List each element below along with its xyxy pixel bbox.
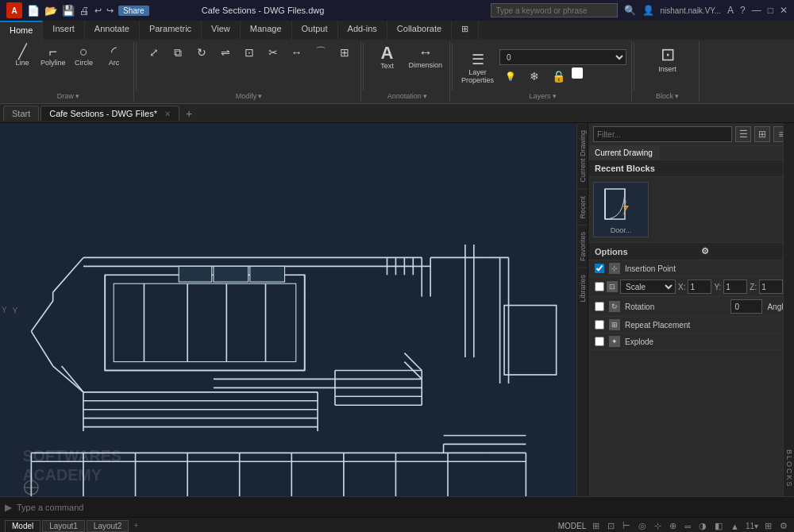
maximize-btn[interactable]: □ [768,5,773,16]
tab-active-file[interactable]: Cafe Sections - DWG Files* ✕ [40,106,179,121]
rotation-checkbox[interactable] [595,302,604,311]
print-icon[interactable]: 🖨 [79,5,90,17]
scale-dropdown[interactable]: Scale [620,279,676,294]
share-btn[interactable]: Share [118,6,149,16]
tab-manage[interactable]: Manage [241,21,292,40]
tab-output[interactable]: Output [292,21,338,40]
layer-color-icon[interactable] [572,67,583,79]
open-icon[interactable]: 📂 [44,5,57,17]
text-btn[interactable]: A Text [370,43,405,71]
extend-btn[interactable]: ↔ [286,43,308,62]
block-door[interactable]: Door... [593,182,649,237]
line-btn[interactable]: ╱ Line [8,43,37,92]
blocks-filter-input[interactable] [593,126,732,142]
insertion-point-checkbox[interactable] [595,264,604,273]
scale-checkbox[interactable] [595,282,604,291]
transparency-btn[interactable]: ◑ [697,521,708,531]
tab-insert[interactable]: Insert [43,21,85,40]
workspace-btn[interactable]: ⊞ [763,521,773,531]
tab-start[interactable]: Start [3,106,39,121]
help-icon[interactable]: ? [740,5,746,16]
layout2-tab[interactable]: Layout2 [87,520,129,532]
modify-expand-icon[interactable]: ▾ [258,92,262,100]
option-explode: ✦ Explode [588,333,794,350]
ribbon-group-block: ⊡ Insert Block ▾ [636,41,700,102]
add-layout-btn[interactable]: + [130,520,141,532]
arc-btn[interactable]: ◜ Arc [100,43,129,92]
fillet-btn[interactable]: ⌒ [310,43,332,62]
side-tab-libraries[interactable]: Libraries [577,268,588,309]
otrack-btn[interactable]: ⊕ [668,521,678,531]
scale-btn[interactable]: ⊡ [238,43,260,62]
font-icon[interactable]: A [727,5,734,16]
move-btn[interactable]: ⤢ [143,43,165,62]
layers-expand-icon[interactable]: ▾ [553,92,557,100]
undo-icon[interactable]: ↩ [94,6,102,16]
layer-dropdown[interactable]: 0 [499,49,626,65]
selection-btn[interactable]: ◧ [713,521,724,531]
circle-btn[interactable]: ○ Circle [70,43,98,92]
dimension-btn[interactable]: ↔ Dimension [407,43,445,71]
trim-btn[interactable]: ✂ [262,43,284,62]
polar-btn[interactable]: ◎ [637,521,648,531]
scale-x-input[interactable] [688,279,711,294]
layout1-tab[interactable]: Layout1 [42,520,85,532]
minimize-btn[interactable]: — [752,5,761,16]
save-icon[interactable]: 💾 [62,5,75,17]
tab-collaborate[interactable]: Collaborate [387,21,452,40]
options-gear-btn[interactable]: ⚙ [701,246,709,256]
copy-btn[interactable]: ⧉ [167,43,189,62]
explode-checkbox[interactable] [595,337,604,346]
side-tab-recent[interactable]: Recent [577,189,588,226]
snap-btn[interactable]: ⊡ [606,521,616,531]
model-tab[interactable]: Model [5,520,40,532]
tab-extra[interactable]: ⊞ [452,21,479,40]
close-btn[interactable]: ✕ [780,5,788,16]
tab-home[interactable]: Home [0,21,43,40]
layer-lock-icon[interactable]: 🔒 [547,67,569,86]
mirror-btn[interactable]: ⇌ [214,43,237,62]
option-rotation-row: ↻ Rotation Angle [588,297,794,317]
tab-parametric[interactable]: Parametric [140,21,202,40]
rotation-value-input[interactable] [730,299,762,314]
side-tab-current-drawing[interactable]: Current Drawing [577,123,588,189]
scale-xyz: X: Y: Z: [678,279,783,294]
grid-btn[interactable]: ⊞ [591,521,601,531]
command-input[interactable] [17,503,789,512]
annotate-btn[interactable]: ▲ [729,522,741,531]
tab-view[interactable]: View [202,21,241,40]
canvas-area[interactable]: Y [0,123,588,496]
search-input[interactable] [491,3,618,17]
tab-current-drawing[interactable]: Current Drawing [588,146,660,160]
tab-add-btn[interactable]: + [181,105,197,122]
ortho-btn[interactable]: ⊢ [621,521,632,531]
redo-icon[interactable]: ↪ [106,6,114,16]
scale-icon: ⊡ [607,281,618,292]
side-tab-favorites[interactable]: Favorites [577,225,588,268]
annotation-expand-icon[interactable]: ▾ [423,92,427,100]
tab-addins[interactable]: Add-ins [338,21,387,40]
osnap-btn[interactable]: ⊹ [653,521,663,531]
model-layout-tabs: Model Layout1 Layout2 + [5,520,141,532]
search-icon[interactable]: 🔍 [624,5,636,16]
layer-on-icon[interactable]: 💡 [499,67,522,86]
layer-freeze-icon[interactable]: ❄ [523,67,545,86]
array-btn[interactable]: ⊞ [333,43,356,62]
layers-icon: ☰ [472,51,484,68]
scale-z-input[interactable] [759,279,783,294]
layer-properties-btn[interactable]: ☰ LayerProperties [459,49,496,86]
draw-expand-icon[interactable]: ▾ [75,92,79,100]
lineweight-btn[interactable]: ═ [683,522,692,531]
insert-btn[interactable]: ⊡ Insert [653,43,682,92]
tab-close-btn[interactable]: ✕ [164,110,171,118]
new-icon[interactable]: 📄 [27,5,40,17]
block-expand-icon[interactable]: ▾ [675,92,679,100]
filter-btn-2[interactable]: ⊞ [754,126,770,142]
tab-annotate[interactable]: Annotate [85,21,140,40]
filter-btn-1[interactable]: ☰ [735,126,751,142]
polyline-btn[interactable]: ⌐ Polyline [38,43,68,92]
settings-btn[interactable]: ⚙ [778,521,789,531]
repeat-placement-checkbox[interactable] [595,320,604,330]
scale-y-input[interactable] [723,279,747,294]
rotate-btn[interactable]: ↻ [191,43,213,62]
